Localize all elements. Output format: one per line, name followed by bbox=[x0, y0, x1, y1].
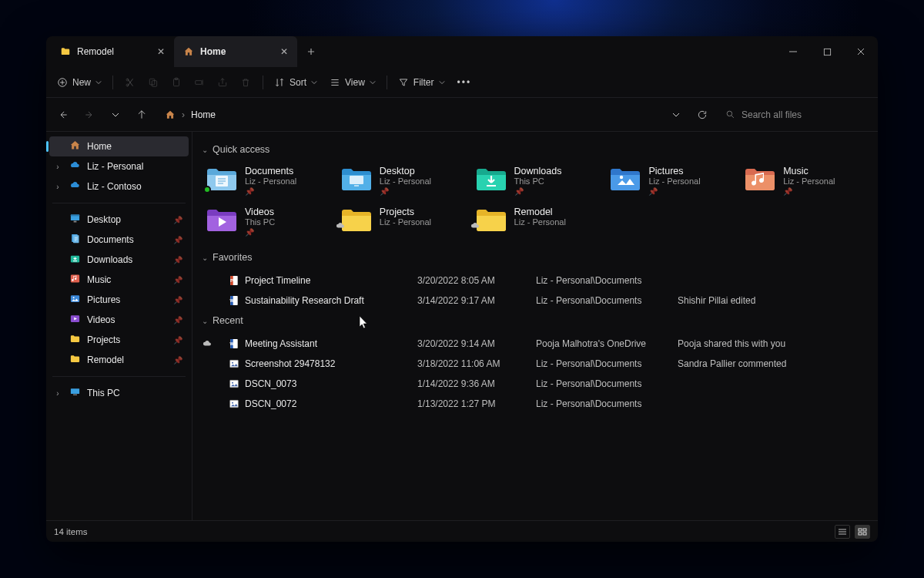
forward-button[interactable] bbox=[79, 104, 100, 126]
quick-access-item-remodel[interactable]: RemodelLiz - Personal bbox=[471, 203, 600, 240]
content-area: ⌄Quick access DocumentsLiz - Personal📌 D… bbox=[192, 132, 878, 520]
sidebar-item-videos[interactable]: Videos📌 bbox=[49, 310, 189, 330]
file-name: Project Timeline bbox=[245, 275, 414, 286]
image-icon bbox=[226, 398, 242, 410]
sidebar-item-documents[interactable]: Documents📌 bbox=[49, 230, 189, 250]
back-button[interactable] bbox=[52, 104, 74, 126]
sidebar-item-liz-contoso[interactable]: ›Liz - Contoso bbox=[49, 176, 189, 197]
pin-icon: 📌 bbox=[245, 228, 275, 237]
sidebar-item-desktop[interactable]: Desktop📌 bbox=[49, 210, 189, 230]
svg-rect-8 bbox=[196, 80, 202, 84]
section-header-favorites[interactable]: ⌄Favorites bbox=[202, 252, 869, 263]
item-title: Remodel bbox=[514, 207, 566, 217]
maximize-button[interactable] bbox=[810, 36, 844, 67]
quick-access-item-music[interactable]: MusicLiz - Personal📌 bbox=[740, 163, 869, 199]
image-icon bbox=[226, 378, 242, 390]
quick-access-item-projects[interactable]: ProjectsLiz - Personal bbox=[336, 203, 465, 240]
file-name: Sustainability Research Draft bbox=[245, 295, 414, 306]
svg-rect-20 bbox=[71, 388, 79, 394]
tab-home[interactable]: Home ✕ bbox=[174, 36, 297, 67]
downloads-icon bbox=[69, 253, 81, 267]
home-icon bbox=[183, 46, 194, 57]
pin-icon: 📌 bbox=[514, 187, 562, 196]
titlebar: Remodel ✕ Home ✕ bbox=[46, 36, 878, 67]
share-button[interactable] bbox=[212, 72, 233, 93]
sidebar-item-downloads[interactable]: Downloads📌 bbox=[49, 250, 189, 270]
file-date: 1/14/2022 9:36 AM bbox=[417, 378, 533, 389]
paste-button[interactable] bbox=[166, 72, 187, 93]
quick-access-item-videos[interactable]: VideosThis PC📌 bbox=[202, 203, 330, 240]
sidebar-item-projects[interactable]: Projects📌 bbox=[49, 330, 189, 350]
quick-access-item-documents[interactable]: DocumentsLiz - Personal📌 bbox=[202, 163, 330, 199]
up-button[interactable] bbox=[131, 104, 152, 126]
delete-button[interactable] bbox=[235, 72, 256, 93]
quick-access-item-downloads[interactable]: DownloadsThis PC📌 bbox=[471, 163, 600, 199]
sidebar-item-this-pc[interactable]: ›This PC bbox=[49, 383, 189, 403]
chevron-down-icon bbox=[95, 79, 102, 86]
sidebar-item-remodel[interactable]: Remodel📌 bbox=[49, 350, 189, 370]
quick-access-item-desktop[interactable]: DesktopLiz - Personal📌 bbox=[336, 163, 465, 199]
more-button[interactable]: ••• bbox=[453, 72, 477, 93]
copy-button[interactable] bbox=[142, 72, 164, 93]
file-row[interactable]: DSCN_00731/14/2022 9:36 AMLiz - Personal… bbox=[202, 374, 869, 394]
svg-rect-21 bbox=[73, 395, 77, 395]
cloud-icon bbox=[470, 220, 480, 228]
videos-folder-icon bbox=[205, 207, 237, 233]
expand-icon[interactable]: › bbox=[52, 163, 63, 171]
view-button[interactable]: View bbox=[325, 72, 380, 93]
rename-button[interactable] bbox=[189, 72, 210, 93]
cut-button[interactable] bbox=[119, 72, 141, 93]
pin-icon: 📌 bbox=[173, 216, 182, 224]
sidebar-item-liz-personal[interactable]: ›Liz - Personal bbox=[49, 156, 189, 176]
desktop-folder-icon bbox=[340, 166, 372, 192]
toolbar-divider bbox=[263, 76, 263, 89]
sidebar-item-label: Documents bbox=[87, 234, 134, 245]
new-tab-button[interactable] bbox=[297, 36, 325, 67]
search-input[interactable]: Search all files bbox=[718, 103, 872, 126]
file-row[interactable]: Screenshot 294781323/18/2022 11:06 AMLiz… bbox=[202, 354, 869, 374]
tab-remodel[interactable]: Remodel ✕ bbox=[51, 36, 174, 67]
sidebar-item-pictures[interactable]: Pictures📌 bbox=[49, 290, 189, 310]
share-icon bbox=[217, 77, 228, 88]
file-row[interactable]: WSustainability Research Draft3/14/2022 … bbox=[202, 291, 869, 311]
thumbnails-view-button[interactable] bbox=[855, 525, 870, 539]
breadcrumb-segment[interactable]: Home bbox=[191, 109, 216, 120]
section-header-recent[interactable]: ⌄Recent bbox=[202, 315, 869, 326]
file-row[interactable]: DSCN_00721/13/2022 1:27 PMLiz - Personal… bbox=[202, 394, 869, 414]
word-icon: W bbox=[226, 294, 242, 307]
chevron-down-icon bbox=[112, 111, 119, 119]
breadcrumb[interactable]: › Home bbox=[157, 103, 661, 126]
refresh-icon bbox=[697, 109, 708, 120]
expand-icon[interactable]: › bbox=[52, 183, 63, 191]
pictures-folder-icon bbox=[608, 166, 641, 192]
sort-button[interactable]: Sort bbox=[270, 72, 322, 93]
expand-icon[interactable]: › bbox=[52, 389, 63, 398]
sidebar-item-label: Videos bbox=[87, 314, 115, 325]
sidebar-item-home[interactable]: Home bbox=[49, 136, 189, 156]
word-icon: W bbox=[226, 338, 242, 350]
section-title: Favorites bbox=[213, 252, 252, 263]
refresh-button[interactable] bbox=[691, 104, 713, 126]
filter-button[interactable]: Filter bbox=[393, 72, 450, 93]
pin-icon: 📌 bbox=[173, 276, 182, 284]
details-view-button[interactable] bbox=[835, 525, 850, 539]
close-tab-icon[interactable]: ✕ bbox=[157, 46, 165, 57]
quick-access-item-pictures[interactable]: PicturesLiz - Personal📌 bbox=[605, 163, 734, 199]
file-row[interactable]: PProject Timeline3/20/2022 8:05 AMLiz - … bbox=[202, 271, 869, 291]
view-icon bbox=[330, 77, 340, 88]
close-tab-icon[interactable]: ✕ bbox=[280, 46, 288, 57]
file-row[interactable]: WMeeting Assistant3/20/2022 9:14 AMPooja… bbox=[202, 334, 869, 354]
sidebar-item-label: Pictures bbox=[87, 294, 120, 305]
address-dropdown-button[interactable] bbox=[665, 104, 687, 126]
sidebar-item-music[interactable]: Music📌 bbox=[49, 270, 189, 290]
chevron-down-icon: ⌄ bbox=[202, 146, 208, 154]
close-window-button[interactable] bbox=[844, 36, 878, 67]
new-button[interactable]: New bbox=[52, 72, 106, 93]
window-controls bbox=[776, 36, 878, 67]
minimize-button[interactable] bbox=[776, 36, 810, 67]
svg-point-40 bbox=[232, 402, 233, 404]
svg-rect-43 bbox=[859, 533, 862, 535]
section-header-quick-access[interactable]: ⌄Quick access bbox=[202, 144, 869, 155]
item-subtitle: Liz - Personal bbox=[514, 217, 566, 227]
recent-locations-button[interactable] bbox=[105, 104, 126, 126]
